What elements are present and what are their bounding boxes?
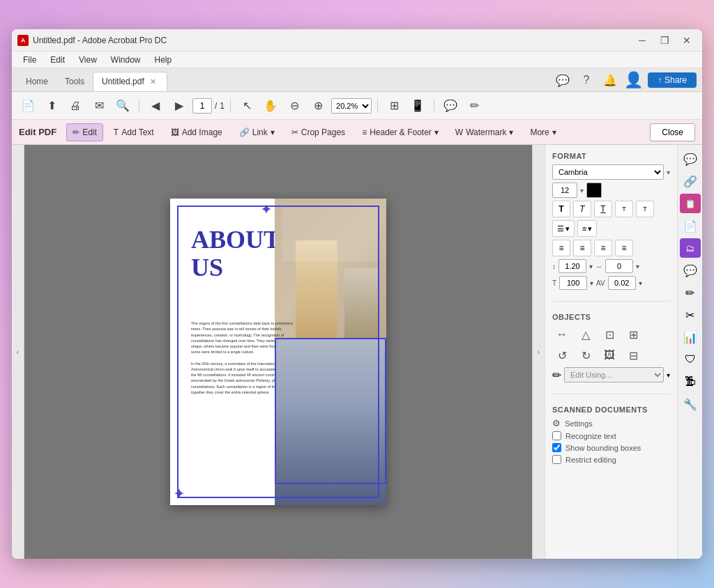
subscript-button[interactable]: T bbox=[636, 201, 654, 217]
right-panel-collapse[interactable]: › bbox=[532, 145, 545, 559]
tab-document[interactable]: Untitled.pdf ✕ bbox=[93, 72, 167, 91]
flip-vertical-button[interactable]: △ bbox=[576, 325, 595, 343]
help-action-button[interactable]: ? bbox=[577, 72, 596, 88]
restrict-editing-checkbox[interactable] bbox=[552, 455, 561, 464]
char-spacing-input[interactable] bbox=[605, 259, 633, 273]
superscript-button[interactable]: T bbox=[615, 201, 633, 217]
rotate-cw-button[interactable]: ↻ bbox=[576, 346, 595, 364]
menu-file[interactable]: File bbox=[17, 54, 42, 66]
zoom-out-button[interactable]: ⊖ bbox=[284, 96, 305, 116]
align-justify-button[interactable]: ≡ bbox=[615, 240, 633, 256]
link-button[interactable]: 🔗 Link ▾ bbox=[233, 123, 281, 141]
menu-help[interactable]: Help bbox=[149, 54, 178, 66]
crop-object-button[interactable]: ⊡ bbox=[600, 325, 619, 343]
email-button[interactable]: ✉ bbox=[89, 96, 109, 116]
app-window: A Untitled.pdf - Adobe Acrobat Pro DC ─ … bbox=[12, 29, 702, 559]
person-figure-3 bbox=[275, 338, 386, 505]
view-mode-button[interactable]: ⊞ bbox=[383, 96, 404, 116]
arrange-button[interactable]: ⊞ bbox=[623, 325, 643, 343]
align-center-button[interactable]: ≡ bbox=[573, 240, 591, 256]
minimize-button[interactable]: ─ bbox=[632, 33, 652, 47]
replace-image-button[interactable]: 🖼 bbox=[600, 346, 619, 364]
side-comment2-button[interactable]: 💬 bbox=[680, 261, 701, 280]
hand-tool-button[interactable]: ✋ bbox=[260, 96, 281, 116]
next-page-button[interactable]: ▶ bbox=[169, 96, 190, 116]
edit-using-select[interactable]: Edit Using... bbox=[564, 367, 664, 382]
tab-close-icon[interactable]: ✕ bbox=[149, 77, 158, 86]
rotate-ccw-button[interactable]: ↺ bbox=[552, 346, 572, 364]
line-spacing-input[interactable] bbox=[559, 259, 586, 273]
tab-home-label: Home bbox=[26, 77, 48, 86]
comment-tool-button[interactable]: 💬 bbox=[440, 96, 461, 116]
numbered-list-button[interactable]: ≡ ▾ bbox=[577, 220, 597, 237]
side-comment-button[interactable]: 💬 bbox=[680, 149, 701, 169]
side-redact-button[interactable]: ✂ bbox=[680, 305, 701, 325]
zoom-in-button[interactable]: ⊕ bbox=[307, 96, 328, 116]
show-bounding-boxes-row: Show bounding boxes bbox=[552, 443, 670, 452]
close-window-button[interactable]: ✕ bbox=[677, 33, 697, 47]
font-select[interactable]: Cambria bbox=[552, 164, 664, 180]
side-share-button[interactable]: 🔗 bbox=[680, 171, 701, 191]
scale-label-text: T bbox=[552, 279, 556, 287]
italic-button[interactable]: T bbox=[573, 201, 591, 217]
group-button[interactable]: ⊟ bbox=[623, 346, 643, 364]
more-button[interactable]: More ▾ bbox=[524, 123, 562, 141]
side-more-tools-button[interactable]: 🔧 bbox=[680, 394, 701, 414]
restrict-editing-label: Restrict editing bbox=[565, 456, 616, 464]
search-button[interactable]: 🔍 bbox=[112, 96, 133, 116]
bold-button[interactable]: T bbox=[552, 201, 570, 217]
main-content: ‹ ABOUT US The origins of the first cons… bbox=[12, 145, 702, 559]
settings-row[interactable]: ⚙ Settings bbox=[552, 418, 670, 428]
edit-close-button[interactable]: Close bbox=[650, 123, 695, 141]
restore-button[interactable]: ❐ bbox=[655, 33, 674, 47]
app-icon: A bbox=[17, 35, 29, 46]
watermark-button[interactable]: W Watermark ▾ bbox=[449, 123, 520, 141]
add-image-button[interactable]: 🖼 Add Image bbox=[165, 123, 229, 141]
pen-tool-button[interactable]: ✏ bbox=[464, 96, 485, 116]
header-footer-button[interactable]: ≡ Header & Footer ▾ bbox=[356, 123, 445, 141]
side-export-button[interactable]: 📊 bbox=[680, 327, 701, 347]
edit-tool-button[interactable]: ✏ Edit bbox=[66, 123, 103, 141]
side-compress-button[interactable]: 🗜 bbox=[680, 372, 701, 392]
tab-home[interactable]: Home bbox=[17, 72, 56, 91]
prev-page-button[interactable]: ◀ bbox=[145, 96, 166, 116]
menu-edit[interactable]: Edit bbox=[45, 54, 70, 66]
font-dropdown-icon: ▾ bbox=[667, 169, 670, 176]
side-organize-button[interactable]: 🗂 bbox=[680, 238, 701, 258]
crop-button[interactable]: ✂ Crop Pages bbox=[285, 123, 351, 141]
color-swatch[interactable] bbox=[586, 183, 602, 198]
left-panel-collapse[interactable]: ‹ bbox=[12, 145, 24, 559]
side-scan-button[interactable]: 📄 bbox=[680, 216, 701, 235]
profile-action-button[interactable]: 👤 bbox=[624, 72, 644, 88]
recognize-text-checkbox[interactable] bbox=[552, 431, 561, 440]
font-size-input[interactable] bbox=[552, 183, 577, 198]
menu-view[interactable]: View bbox=[73, 54, 102, 66]
tab-tools[interactable]: Tools bbox=[56, 72, 93, 91]
menu-window[interactable]: Window bbox=[105, 54, 146, 66]
side-protect-button[interactable]: 🛡 bbox=[680, 350, 701, 369]
side-sign-button[interactable]: ✏ bbox=[680, 283, 701, 302]
notification-action-button[interactable]: 🔔 bbox=[600, 72, 620, 88]
toolbar-separator-1 bbox=[139, 99, 139, 113]
flip-horizontal-button[interactable]: ↔ bbox=[552, 325, 572, 343]
scale-input[interactable] bbox=[559, 276, 587, 290]
bullet-list-button[interactable]: ☰ ▾ bbox=[552, 220, 575, 237]
underline-button[interactable]: T bbox=[594, 201, 612, 217]
new-document-button[interactable]: 📄 bbox=[17, 96, 38, 116]
watermark-label: Watermark bbox=[466, 127, 506, 137]
upload-button[interactable]: ⬆ bbox=[41, 96, 62, 116]
comment-action-button[interactable]: 💬 bbox=[553, 72, 572, 88]
align-left-button[interactable]: ≡ bbox=[552, 240, 570, 256]
show-bounding-boxes-checkbox[interactable] bbox=[552, 443, 561, 452]
page-number-input[interactable] bbox=[192, 98, 212, 114]
zoom-select[interactable]: 20.2% bbox=[331, 98, 372, 114]
side-edit-pdf-button[interactable]: 📋 bbox=[680, 194, 701, 213]
share-button[interactable]: ↑ Share bbox=[648, 72, 697, 88]
align-right-button[interactable]: ≡ bbox=[594, 240, 612, 256]
scan-button[interactable]: 📱 bbox=[407, 96, 428, 116]
add-text-button[interactable]: T Add Text bbox=[107, 123, 160, 141]
print-button[interactable]: 🖨 bbox=[65, 96, 86, 116]
kern-input[interactable] bbox=[608, 276, 636, 290]
panel-divider-2 bbox=[552, 394, 670, 394]
cursor-tool-button[interactable]: ↖ bbox=[236, 96, 257, 116]
